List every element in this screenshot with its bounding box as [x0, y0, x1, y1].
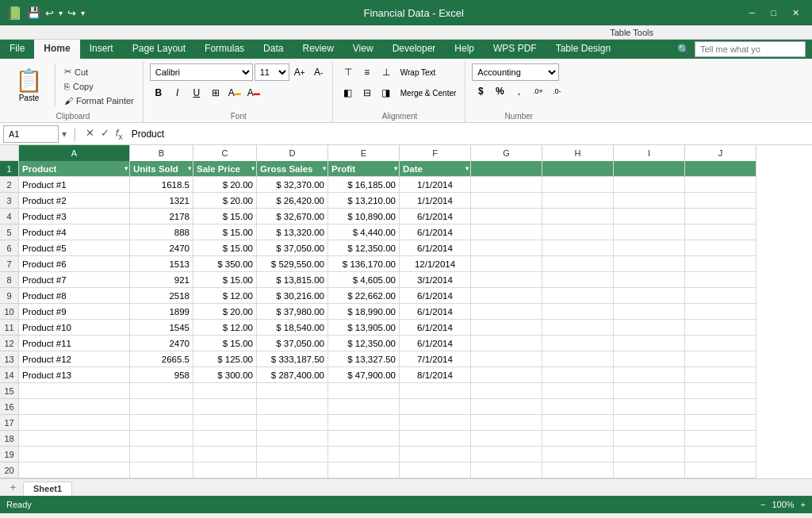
data-cell-r3-c4[interactable]: $ 13,210.00: [328, 193, 400, 209]
underline-button[interactable]: U: [188, 84, 205, 102]
row-num-2[interactable]: 2: [0, 177, 19, 193]
data-cell-r15-c1[interactable]: [130, 383, 193, 399]
header-cell-6[interactable]: [471, 161, 542, 177]
data-cell-r20-c1[interactable]: [130, 462, 193, 478]
data-cell-r7-c1[interactable]: 1513: [130, 256, 193, 272]
data-cell-r15-c2[interactable]: [193, 383, 257, 399]
data-cell-r4-c9[interactable]: [685, 209, 756, 224]
row-num-9[interactable]: 9: [0, 288, 19, 304]
data-cell-r12-c2[interactable]: $ 15.00: [193, 336, 257, 351]
data-cell-r19-c6[interactable]: [471, 447, 542, 462]
data-cell-r10-c3[interactable]: $ 37,980.00: [257, 304, 328, 320]
data-cell-r3-c6[interactable]: [471, 193, 542, 209]
data-cell-r2-c2[interactable]: $ 20.00: [193, 177, 257, 193]
data-cell-r18-c9[interactable]: [685, 431, 756, 447]
tab-data[interactable]: Data: [254, 40, 293, 59]
data-cell-r17-c2[interactable]: [193, 415, 257, 431]
data-cell-r14-c5[interactable]: 8/1/2014: [400, 367, 471, 383]
data-cell-r10-c0[interactable]: Product #9: [19, 304, 130, 320]
quick-undo[interactable]: ↩: [45, 7, 54, 19]
tab-wps-pdf[interactable]: WPS PDF: [484, 40, 546, 59]
col-header-g[interactable]: G: [471, 145, 542, 161]
data-cell-r5-c6[interactable]: [471, 224, 542, 240]
col-header-i[interactable]: I: [614, 145, 685, 161]
data-cell-r6-c9[interactable]: [685, 240, 756, 256]
data-cell-r12-c1[interactable]: 2470: [130, 336, 193, 351]
data-cell-r20-c5[interactable]: [400, 462, 471, 478]
align-middle-button[interactable]: ≡: [358, 63, 376, 81]
align-right-button[interactable]: ◨: [377, 84, 395, 102]
data-cell-r16-c4[interactable]: [328, 399, 400, 415]
data-cell-r19-c0[interactable]: [19, 447, 130, 462]
data-cell-r5-c8[interactable]: [614, 224, 685, 240]
row-num-20[interactable]: 20: [0, 462, 19, 478]
filter-arrow-0[interactable]: ▾: [124, 165, 128, 172]
data-cell-r4-c7[interactable]: [542, 209, 614, 224]
data-cell-r5-c9[interactable]: [685, 224, 756, 240]
data-cell-r8-c7[interactable]: [542, 272, 614, 288]
data-cell-r9-c4[interactable]: $ 22,662.00: [328, 288, 400, 304]
format-painter-button[interactable]: 🖌 Format Painter: [60, 94, 138, 107]
data-cell-r12-c0[interactable]: Product #11: [19, 336, 130, 351]
data-cell-r18-c2[interactable]: [193, 431, 257, 447]
data-cell-r17-c1[interactable]: [130, 415, 193, 431]
italic-button[interactable]: I: [169, 84, 186, 102]
data-cell-r13-c4[interactable]: $ 13,327.50: [328, 351, 400, 367]
data-cell-r15-c8[interactable]: [614, 383, 685, 399]
data-cell-r12-c8[interactable]: [614, 336, 685, 351]
col-header-d[interactable]: D: [257, 145, 328, 161]
data-cell-r13-c9[interactable]: [685, 351, 756, 367]
data-cell-r6-c5[interactable]: 6/1/2014: [400, 240, 471, 256]
data-cell-r4-c6[interactable]: [471, 209, 542, 224]
data-cell-r13-c6[interactable]: [471, 351, 542, 367]
tab-page-layout[interactable]: Page Layout: [123, 40, 195, 59]
data-cell-r20-c4[interactable]: [328, 462, 400, 478]
data-cell-r16-c7[interactable]: [542, 399, 614, 415]
data-cell-r6-c2[interactable]: $ 15.00: [193, 240, 257, 256]
data-cell-r3-c3[interactable]: $ 26,420.00: [257, 193, 328, 209]
merge-center-button[interactable]: Merge & Center: [396, 84, 461, 102]
data-cell-r2-c9[interactable]: [685, 177, 756, 193]
percent-button[interactable]: %: [491, 82, 508, 100]
col-header-f[interactable]: F: [400, 145, 471, 161]
data-cell-r6-c8[interactable]: [614, 240, 685, 256]
sheet-tab-sheet1[interactable]: Sheet1: [23, 482, 72, 496]
data-cell-r6-c3[interactable]: $ 37,050.00: [257, 240, 328, 256]
data-cell-r7-c0[interactable]: Product #6: [19, 256, 130, 272]
data-cell-r6-c4[interactable]: $ 12,350.00: [328, 240, 400, 256]
data-cell-r11-c9[interactable]: [685, 320, 756, 336]
data-cell-r11-c5[interactable]: 6/1/2014: [400, 320, 471, 336]
data-cell-r6-c1[interactable]: 2470: [130, 240, 193, 256]
data-cell-r4-c0[interactable]: Product #3: [19, 209, 130, 224]
align-left-button[interactable]: ◧: [339, 84, 357, 102]
data-cell-r6-c6[interactable]: [471, 240, 542, 256]
row-num-7[interactable]: 7: [0, 256, 19, 272]
wrap-text-button[interactable]: Wrap Text: [396, 63, 440, 81]
data-cell-r2-c4[interactable]: $ 16,185.00: [328, 177, 400, 193]
data-cell-r18-c3[interactable]: [257, 431, 328, 447]
quick-save[interactable]: 💾: [27, 6, 40, 19]
paste-button[interactable]: 📋 Paste: [8, 63, 50, 106]
formula-input[interactable]: Product: [128, 127, 809, 141]
data-cell-r17-c9[interactable]: [685, 415, 756, 431]
filter-arrow-5[interactable]: ▾: [465, 165, 469, 172]
data-cell-r7-c9[interactable]: [685, 256, 756, 272]
font-size-select[interactable]: 11: [255, 63, 289, 81]
data-cell-r14-c6[interactable]: [471, 367, 542, 383]
data-cell-r14-c3[interactable]: $ 287,400.00: [257, 367, 328, 383]
tab-insert[interactable]: Insert: [80, 40, 123, 59]
data-cell-r10-c1[interactable]: 1899: [130, 304, 193, 320]
cut-button[interactable]: ✂ Cut: [60, 65, 138, 79]
data-cell-r2-c1[interactable]: 1618.5: [130, 177, 193, 193]
close-button[interactable]: ✕: [786, 5, 806, 21]
data-cell-r2-c0[interactable]: Product #1: [19, 177, 130, 193]
filter-arrow-1[interactable]: ▾: [188, 165, 191, 172]
data-cell-r11-c4[interactable]: $ 13,905.00: [328, 320, 400, 336]
data-cell-r6-c7[interactable]: [542, 240, 614, 256]
data-cell-r17-c4[interactable]: [328, 415, 400, 431]
row-num-3[interactable]: 3: [0, 193, 19, 209]
data-cell-r7-c7[interactable]: [542, 256, 614, 272]
increase-decimal-button[interactable]: .0+: [529, 82, 546, 100]
data-cell-r19-c4[interactable]: [328, 447, 400, 462]
data-cell-r8-c5[interactable]: 3/1/2014: [400, 272, 471, 288]
